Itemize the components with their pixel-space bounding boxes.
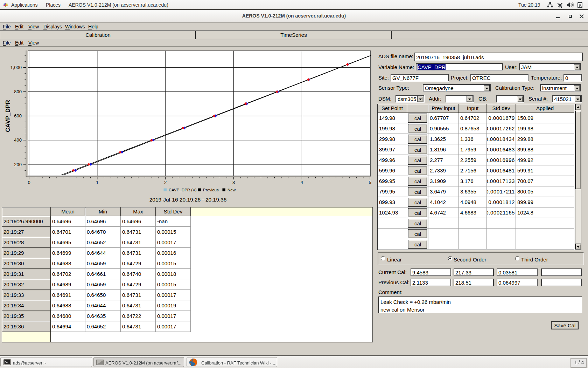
svg-text:2: 2 — [164, 180, 167, 185]
svg-text:400: 400 — [14, 137, 22, 143]
svg-text:3: 3 — [232, 180, 235, 185]
svg-text:800: 800 — [14, 89, 22, 94]
svg-text:4: 4 — [301, 180, 303, 185]
svg-text:CAVP_DPR: CAVP_DPR — [5, 100, 11, 132]
svg-text:600: 600 — [14, 113, 22, 118]
svg-text:200: 200 — [14, 162, 22, 167]
svg-text:New: New — [227, 188, 236, 192]
svg-text:1,000: 1,000 — [10, 65, 22, 70]
svg-text:Previous: Previous — [203, 188, 219, 192]
svg-text:1: 1 — [96, 180, 98, 185]
svg-text:0: 0 — [28, 180, 30, 185]
svg-text:CAVP_DPR (V): CAVP_DPR (V) — [169, 188, 197, 192]
svg-text:5: 5 — [369, 180, 371, 185]
svg-text:2019-Jul-16 20:19:26 - 20:19:3: 2019-Jul-16 20:19:26 - 20:19:36 — [149, 197, 227, 203]
